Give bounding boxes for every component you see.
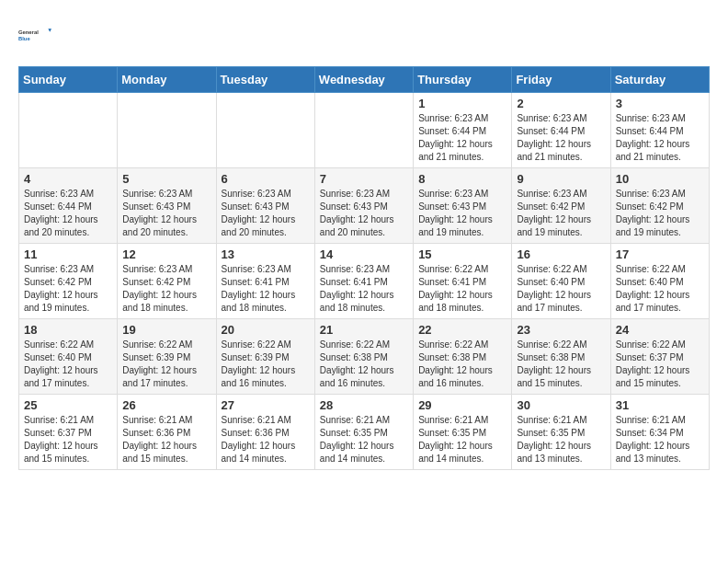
day-number: 3 xyxy=(616,97,704,110)
calendar-day-header: Sunday xyxy=(19,67,118,93)
calendar-day-header: Wednesday xyxy=(314,67,413,93)
day-info: Sunrise: 6:23 AM Sunset: 6:44 PM Dayligh… xyxy=(517,112,605,164)
day-info: Sunrise: 6:23 AM Sunset: 6:44 PM Dayligh… xyxy=(616,112,704,164)
calendar-week-row: 4Sunrise: 6:23 AM Sunset: 6:44 PM Daylig… xyxy=(19,168,710,244)
day-info: Sunrise: 6:22 AM Sunset: 6:39 PM Dayligh… xyxy=(122,339,210,390)
calendar-cell: 30Sunrise: 6:21 AM Sunset: 6:35 PM Dayli… xyxy=(512,395,610,470)
calendar-week-row: 11Sunrise: 6:23 AM Sunset: 6:42 PM Dayli… xyxy=(19,244,710,319)
calendar-header-row: SundayMondayTuesdayWednesdayThursdayFrid… xyxy=(19,67,710,93)
day-info: Sunrise: 6:23 AM Sunset: 6:41 PM Dayligh… xyxy=(222,263,310,315)
calendar-cell: 11Sunrise: 6:23 AM Sunset: 6:42 PM Dayli… xyxy=(19,244,118,319)
calendar-cell xyxy=(216,93,314,168)
calendar-cell xyxy=(118,93,216,168)
day-info: Sunrise: 6:21 AM Sunset: 6:37 PM Dayligh… xyxy=(24,414,112,465)
calendar-cell: 24Sunrise: 6:22 AM Sunset: 6:37 PM Dayli… xyxy=(610,319,709,395)
day-info: Sunrise: 6:22 AM Sunset: 6:38 PM Dayligh… xyxy=(517,339,605,390)
calendar-cell: 2Sunrise: 6:23 AM Sunset: 6:44 PM Daylig… xyxy=(512,93,610,168)
calendar-cell: 25Sunrise: 6:21 AM Sunset: 6:37 PM Dayli… xyxy=(19,395,118,470)
day-info: Sunrise: 6:22 AM Sunset: 6:39 PM Dayligh… xyxy=(222,339,310,390)
day-number: 15 xyxy=(418,247,506,261)
day-info: Sunrise: 6:22 AM Sunset: 6:40 PM Dayligh… xyxy=(616,263,704,315)
day-info: Sunrise: 6:23 AM Sunset: 6:43 PM Dayligh… xyxy=(320,188,408,239)
calendar-cell: 27Sunrise: 6:21 AM Sunset: 6:36 PM Dayli… xyxy=(216,395,314,470)
calendar-day-header: Saturday xyxy=(610,67,709,93)
day-number: 27 xyxy=(222,398,310,412)
day-number: 23 xyxy=(517,323,605,337)
day-info: Sunrise: 6:23 AM Sunset: 6:42 PM Dayligh… xyxy=(122,263,210,315)
calendar-week-row: 1Sunrise: 6:23 AM Sunset: 6:44 PM Daylig… xyxy=(19,93,710,168)
calendar-cell: 21Sunrise: 6:22 AM Sunset: 6:38 PM Dayli… xyxy=(314,319,413,395)
calendar-table: SundayMondayTuesdayWednesdayThursdayFrid… xyxy=(18,66,710,470)
day-number: 12 xyxy=(122,247,210,261)
calendar-cell: 26Sunrise: 6:21 AM Sunset: 6:36 PM Dayli… xyxy=(118,395,216,470)
day-number: 21 xyxy=(320,323,408,337)
calendar-cell: 17Sunrise: 6:22 AM Sunset: 6:40 PM Dayli… xyxy=(610,244,709,319)
day-number: 7 xyxy=(320,172,408,186)
calendar-cell xyxy=(314,93,413,168)
day-info: Sunrise: 6:22 AM Sunset: 6:41 PM Dayligh… xyxy=(418,263,506,315)
day-info: Sunrise: 6:23 AM Sunset: 6:44 PM Dayligh… xyxy=(418,112,506,164)
calendar-day-header: Monday xyxy=(118,67,216,93)
calendar-day-header: Tuesday xyxy=(216,67,314,93)
calendar-cell: 4Sunrise: 6:23 AM Sunset: 6:44 PM Daylig… xyxy=(19,168,118,244)
day-info: Sunrise: 6:21 AM Sunset: 6:35 PM Dayligh… xyxy=(320,414,408,465)
calendar-cell: 6Sunrise: 6:23 AM Sunset: 6:43 PM Daylig… xyxy=(216,168,314,244)
day-info: Sunrise: 6:22 AM Sunset: 6:40 PM Dayligh… xyxy=(517,263,605,315)
page-header: General Blue xyxy=(18,18,710,52)
calendar-cell: 16Sunrise: 6:22 AM Sunset: 6:40 PM Dayli… xyxy=(512,244,610,319)
calendar-cell: 10Sunrise: 6:23 AM Sunset: 6:42 PM Dayli… xyxy=(610,168,709,244)
calendar-day-header: Friday xyxy=(512,67,610,93)
day-number: 29 xyxy=(418,398,506,412)
calendar-cell: 29Sunrise: 6:21 AM Sunset: 6:35 PM Dayli… xyxy=(414,395,512,470)
day-number: 2 xyxy=(517,97,605,110)
day-number: 17 xyxy=(616,247,704,261)
calendar-cell: 1Sunrise: 6:23 AM Sunset: 6:44 PM Daylig… xyxy=(414,93,512,168)
day-number: 11 xyxy=(24,247,112,261)
day-number: 19 xyxy=(122,323,210,337)
calendar-cell: 15Sunrise: 6:22 AM Sunset: 6:41 PM Dayli… xyxy=(414,244,512,319)
logo-icon: General Blue xyxy=(18,18,51,52)
day-info: Sunrise: 6:23 AM Sunset: 6:44 PM Dayligh… xyxy=(24,188,112,239)
calendar-cell: 7Sunrise: 6:23 AM Sunset: 6:43 PM Daylig… xyxy=(314,168,413,244)
day-number: 24 xyxy=(616,323,704,337)
day-info: Sunrise: 6:23 AM Sunset: 6:41 PM Dayligh… xyxy=(320,263,408,315)
day-number: 6 xyxy=(222,172,310,186)
svg-text:General: General xyxy=(18,29,39,35)
day-info: Sunrise: 6:22 AM Sunset: 6:40 PM Dayligh… xyxy=(24,339,112,390)
day-number: 25 xyxy=(24,398,112,412)
calendar-day-header: Thursday xyxy=(414,67,512,93)
calendar-cell: 13Sunrise: 6:23 AM Sunset: 6:41 PM Dayli… xyxy=(216,244,314,319)
day-number: 14 xyxy=(320,247,408,261)
calendar-cell: 28Sunrise: 6:21 AM Sunset: 6:35 PM Dayli… xyxy=(314,395,413,470)
calendar-cell: 3Sunrise: 6:23 AM Sunset: 6:44 PM Daylig… xyxy=(610,93,709,168)
calendar-cell: 22Sunrise: 6:22 AM Sunset: 6:38 PM Dayli… xyxy=(414,319,512,395)
calendar-cell: 5Sunrise: 6:23 AM Sunset: 6:43 PM Daylig… xyxy=(118,168,216,244)
day-info: Sunrise: 6:21 AM Sunset: 6:35 PM Dayligh… xyxy=(517,414,605,465)
day-info: Sunrise: 6:22 AM Sunset: 6:38 PM Dayligh… xyxy=(320,339,408,390)
day-number: 4 xyxy=(24,172,112,186)
day-number: 22 xyxy=(418,323,506,337)
logo: General Blue xyxy=(18,18,51,52)
day-number: 18 xyxy=(24,323,112,337)
day-info: Sunrise: 6:21 AM Sunset: 6:34 PM Dayligh… xyxy=(616,414,704,465)
day-number: 28 xyxy=(320,398,408,412)
calendar-cell: 8Sunrise: 6:23 AM Sunset: 6:43 PM Daylig… xyxy=(414,168,512,244)
day-info: Sunrise: 6:22 AM Sunset: 6:37 PM Dayligh… xyxy=(616,339,704,390)
day-number: 8 xyxy=(418,172,506,186)
day-info: Sunrise: 6:23 AM Sunset: 6:43 PM Dayligh… xyxy=(222,188,310,239)
day-number: 16 xyxy=(517,247,605,261)
calendar-cell: 12Sunrise: 6:23 AM Sunset: 6:42 PM Dayli… xyxy=(118,244,216,319)
day-number: 20 xyxy=(222,323,310,337)
svg-text:Blue: Blue xyxy=(18,36,30,41)
calendar-cell: 19Sunrise: 6:22 AM Sunset: 6:39 PM Dayli… xyxy=(118,319,216,395)
day-info: Sunrise: 6:23 AM Sunset: 6:43 PM Dayligh… xyxy=(418,188,506,239)
day-info: Sunrise: 6:21 AM Sunset: 6:36 PM Dayligh… xyxy=(222,414,310,465)
day-number: 13 xyxy=(222,247,310,261)
calendar-week-row: 25Sunrise: 6:21 AM Sunset: 6:37 PM Dayli… xyxy=(19,395,710,470)
calendar-cell: 20Sunrise: 6:22 AM Sunset: 6:39 PM Dayli… xyxy=(216,319,314,395)
day-info: Sunrise: 6:22 AM Sunset: 6:38 PM Dayligh… xyxy=(418,339,506,390)
day-number: 1 xyxy=(418,97,506,110)
calendar-cell: 18Sunrise: 6:22 AM Sunset: 6:40 PM Dayli… xyxy=(19,319,118,395)
svg-marker-2 xyxy=(48,29,51,32)
calendar-cell: 31Sunrise: 6:21 AM Sunset: 6:34 PM Dayli… xyxy=(610,395,709,470)
